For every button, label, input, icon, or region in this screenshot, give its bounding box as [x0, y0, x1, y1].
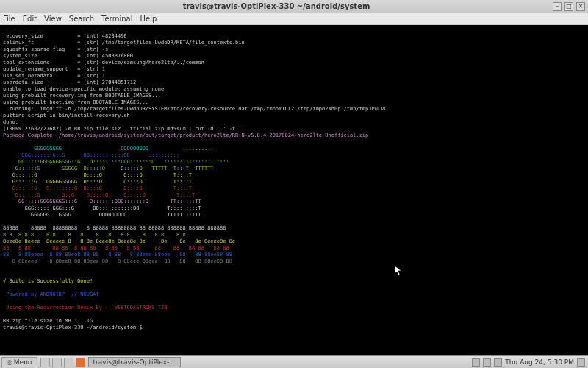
- menu-edit[interactable]: Edit: [23, 15, 37, 23]
- output-line: use_set_metadata = (str) 1: [3, 73, 105, 79]
- output-line: putting script in bin/install-recovery.s…: [3, 113, 130, 118]
- output-line: system_size = (int) 4508876800: [3, 53, 133, 59]
- menu-help[interactable]: Help: [140, 15, 157, 23]
- start-menu-button[interactable]: ◎ Menu: [1, 357, 37, 367]
- firefox-icon[interactable]: [76, 358, 85, 367]
- ascii-art-line: 8eee8e 8eeee 8eeeee 8 8 8e 8eee8e 8eee8e…: [3, 238, 235, 244]
- output-line: selinux_fc = (str) /tmp/targetfiles-Uwdo…: [3, 40, 245, 46]
- quick-launch: [40, 358, 85, 367]
- terminal-window: travis@travis-OptiPlex-330 ~/android/sys…: [0, 0, 588, 355]
- file-manager-icon[interactable]: [52, 358, 62, 367]
- menu-file[interactable]: File: [3, 15, 15, 23]
- menu-view[interactable]: View: [44, 15, 62, 23]
- start-menu-label: Menu: [14, 358, 32, 366]
- ascii-art-line: GGGGGGGGG OOOOOOOOO ..........: [3, 146, 242, 152]
- ascii-art-line: G::::::G G::G O:::::O O:::::O T::::T: [3, 192, 229, 198]
- ascii-art-line: G::::::G GGGGG O:::::O O:::::O TTTTT T::…: [3, 166, 223, 171]
- maximize-button[interactable]: □: [564, 2, 573, 11]
- output-line: unable to load device-specific module; a…: [3, 86, 164, 92]
- output-line: userdata_size = (int) 27044851712: [3, 79, 136, 85]
- credits-line: Using the Resurrection Remix By : WESTCO…: [3, 305, 167, 311]
- output-line: tool_extensions = (str) device/samsung/h…: [3, 60, 204, 66]
- output-line: using prebuilt recovery.img from BOOTABL…: [3, 93, 161, 99]
- output-line: Package Complete: /home/travis/android/s…: [3, 132, 368, 138]
- ascii-art-line: 8 88eeee 8 88ee8 88 88eee 88 8 88eee 88e…: [3, 258, 232, 264]
- system-tray: Thu Aug 24, 5:30 PM: [472, 358, 588, 367]
- output-line: squashfs_sparse_flag = (str) -s: [3, 46, 108, 52]
- menu-search[interactable]: Search: [69, 15, 94, 23]
- ascii-art-line: 8 8 8 8 8 8 8 8 8 8 8 8 8 8 8 8 8 8: [3, 232, 189, 238]
- taskbar: ◎ Menu travis@travis-OptiPlex-... Thu Au…: [0, 355, 588, 368]
- ascii-art-line: 88 8 88 88 88 8 88 88 8 88 8 88 88 88 88…: [3, 245, 229, 251]
- ascii-art-line: G::::::G GGGGGGGGGG O::::O O::::O T::::T: [3, 179, 226, 185]
- taskbar-window-label: travis@travis-OptiPlex-...: [93, 358, 176, 366]
- mint-icon: ◎: [7, 358, 12, 366]
- minimize-button[interactable]: –: [553, 2, 562, 11]
- ascii-art-line: G::::::G G::::::::G O::::O O::::O T::::T: [3, 185, 226, 191]
- clock[interactable]: Thu Aug 24, 5:30 PM: [505, 358, 574, 366]
- menu-terminal[interactable]: Terminal: [101, 15, 132, 23]
- tray-battery-icon[interactable]: [494, 358, 502, 367]
- output-line: recovery_size = (int) 48234496: [3, 33, 127, 39]
- output-line: [100%% 27682/27682] -e RR.zip file siz..…: [3, 126, 245, 132]
- tray-volume-icon[interactable]: [483, 358, 491, 367]
- terminal-icon[interactable]: [64, 358, 74, 367]
- terminal-output[interactable]: recovery_size = (int) 48234496 selinux_f…: [0, 25, 588, 355]
- tray-network-icon[interactable]: [472, 358, 480, 367]
- ascii-art-line: 88888 88888 88888888 8 88888 88888888 88…: [3, 225, 226, 231]
- output-line: done.: [3, 119, 18, 125]
- menu-bar: File Edit View Search Terminal Help: [0, 13, 588, 25]
- titlebar[interactable]: travis@travis-OptiPlex-330 ~/android/sys…: [0, 0, 588, 13]
- tray-user-icon[interactable]: [577, 358, 585, 367]
- build-done: √ Build is Successfully Done!: [3, 278, 93, 284]
- zip-size: RR.zip file size in MB : 1.1G: [3, 318, 93, 324]
- ascii-art-line: GGG::::::GGG:::G OO:::::::::::OO T::::::…: [3, 205, 229, 211]
- ascii-art-line: 88 8 88eeee 8 88 88ee8 88 88 8 88 8 88ee…: [3, 252, 232, 258]
- ascii-art-line: GG:::::GGGGGGGGGG::G O:::::::::OOO::::::…: [3, 159, 238, 165]
- close-button[interactable]: ×: [576, 2, 585, 11]
- output-line: running: imgdiff -b /tmp/targetfiles-Uwd…: [3, 106, 387, 112]
- output-line: update_rename_support = (str) 1: [3, 66, 105, 72]
- taskbar-window-button[interactable]: travis@travis-OptiPlex-...: [88, 357, 181, 367]
- window-controls: – □ ×: [553, 2, 588, 11]
- ascii-art-line: GGGGGG GGGG OOOOOOOOO TTTTTTTTTTT: [3, 212, 229, 218]
- shell-prompt: travis@travis-OptiPlex-330 ~/android/sys…: [3, 325, 143, 330]
- powered-by: Powered by ANDROID™ // NOUGAT: [3, 291, 99, 297]
- show-desktop-icon[interactable]: [40, 358, 50, 367]
- output-line: using prebuilt boot.img from BOOTABLE_IM…: [3, 99, 148, 105]
- ascii-art-line: GG:::::GGGGGGGG:::G O:::::::OOO:::::::O …: [3, 199, 229, 205]
- ascii-art-line: G::::::G O::::O O::::O T::::T: [3, 172, 226, 178]
- ascii-art-line: GGG:::::::G::G OO:::::::::::OO :::::::::…: [3, 152, 201, 158]
- window-title: travis@travis-OptiPlex-330 ~/android/sys…: [0, 2, 553, 10]
